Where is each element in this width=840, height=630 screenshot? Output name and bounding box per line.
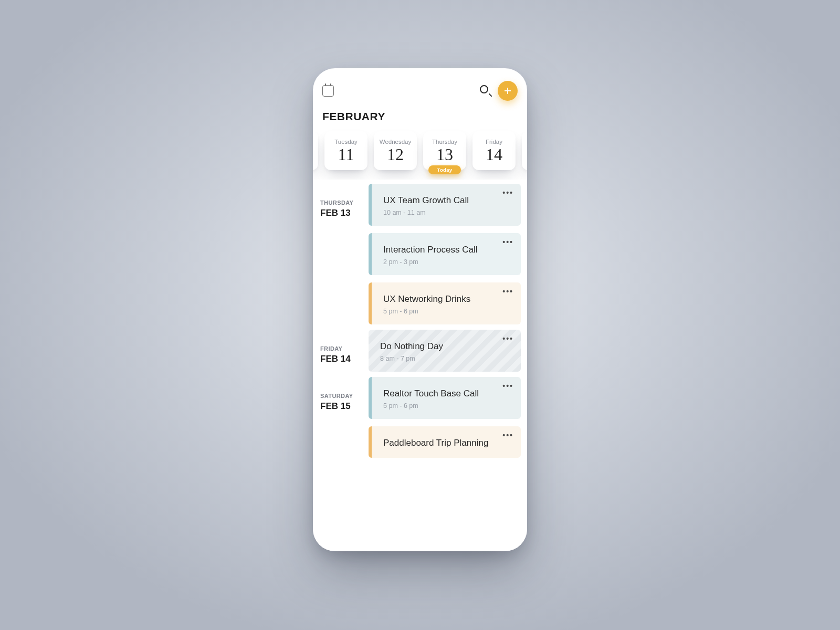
day-card[interactable]	[522, 131, 527, 170]
more-icon[interactable]: •••	[502, 382, 513, 390]
month-title: FEBRUARY	[313, 101, 527, 128]
event-title: Paddleboard Trip Planning	[383, 438, 511, 448]
day-of-week: Friday	[486, 139, 502, 145]
event-card[interactable]: •••UX Networking Drinks5 pm - 6 pm	[369, 282, 521, 324]
day-column: SATURDAYFEB 15	[320, 377, 361, 458]
event-card[interactable]: •••UX Team Growth Call10 am - 11 am	[369, 184, 521, 226]
day-strip[interactable]: yTuesday11Wednesday12Thursday13TodayFrid…	[313, 128, 527, 180]
events-column: •••UX Team Growth Call10 am - 11 am•••In…	[369, 184, 521, 324]
event-card[interactable]: •••Do Nothing Day8 am - 7 pm	[369, 330, 521, 372]
group-day-of-week: THURSDAY	[320, 200, 361, 206]
events-column: •••Do Nothing Day8 am - 7 pm	[369, 330, 521, 372]
day-column: FRIDAYFEB 14	[320, 330, 361, 372]
agenda-list[interactable]: THURSDAYFEB 13•••UX Team Growth Call10 a…	[313, 180, 527, 458]
day-card[interactable]: Thursday13Today	[423, 131, 466, 170]
day-number: 11	[338, 146, 354, 163]
more-icon[interactable]: •••	[502, 238, 513, 246]
event-time: 5 pm - 6 pm	[383, 402, 511, 410]
event-title: Do Nothing Day	[380, 341, 511, 352]
event-card[interactable]: •••Paddleboard Trip Planning	[369, 426, 521, 458]
day-group: THURSDAYFEB 13•••UX Team Growth Call10 a…	[320, 184, 521, 324]
group-day-of-week: FRIDAY	[320, 345, 361, 352]
more-icon[interactable]: •••	[502, 432, 513, 439]
group-date: FEB 15	[320, 401, 361, 412]
day-number: 14	[486, 146, 502, 163]
day-card[interactable]: Wednesday12	[374, 131, 417, 170]
day-of-week: Wednesday	[380, 139, 412, 145]
group-date: FEB 13	[320, 208, 361, 218]
event-title: Interaction Process Call	[383, 245, 511, 255]
top-bar	[313, 68, 527, 101]
day-card[interactable]: y	[313, 131, 318, 170]
calendar-icon[interactable]	[322, 85, 334, 97]
day-number: 13	[436, 146, 453, 163]
more-icon[interactable]: •••	[502, 335, 513, 342]
more-icon[interactable]: •••	[502, 288, 513, 295]
phone-frame: FEBRUARY yTuesday11Wednesday12Thursday13…	[313, 68, 527, 551]
event-title: UX Networking Drinks	[383, 294, 511, 304]
day-group: FRIDAYFEB 14•••Do Nothing Day8 am - 7 pm	[320, 330, 521, 372]
day-card[interactable]: Friday14	[472, 131, 516, 170]
group-day-of-week: SATURDAY	[320, 393, 361, 399]
event-time: 5 pm - 6 pm	[383, 308, 511, 315]
day-card[interactable]: Tuesday11	[324, 131, 368, 170]
events-column: •••Realtor Touch Base Call5 pm - 6 pm•••…	[369, 377, 521, 458]
event-card[interactable]: •••Realtor Touch Base Call5 pm - 6 pm	[369, 377, 521, 419]
event-time: 2 pm - 3 pm	[383, 258, 511, 266]
group-date: FEB 14	[320, 354, 361, 364]
day-number: 12	[387, 146, 404, 163]
day-column: THURSDAYFEB 13	[320, 184, 361, 324]
day-of-week: Thursday	[432, 139, 457, 145]
event-time: 10 am - 11 am	[383, 209, 511, 216]
search-icon[interactable]	[480, 85, 491, 97]
add-button[interactable]	[498, 81, 518, 101]
day-group: SATURDAYFEB 15•••Realtor Touch Base Call…	[320, 377, 521, 458]
more-icon[interactable]: •••	[502, 189, 513, 196]
day-of-week: Tuesday	[334, 139, 358, 145]
event-title: UX Team Growth Call	[383, 195, 511, 206]
today-chip: Today	[428, 165, 461, 174]
event-title: Realtor Touch Base Call	[383, 388, 511, 399]
event-card[interactable]: •••Interaction Process Call2 pm - 3 pm	[369, 233, 521, 275]
event-time: 8 am - 7 pm	[380, 355, 511, 362]
